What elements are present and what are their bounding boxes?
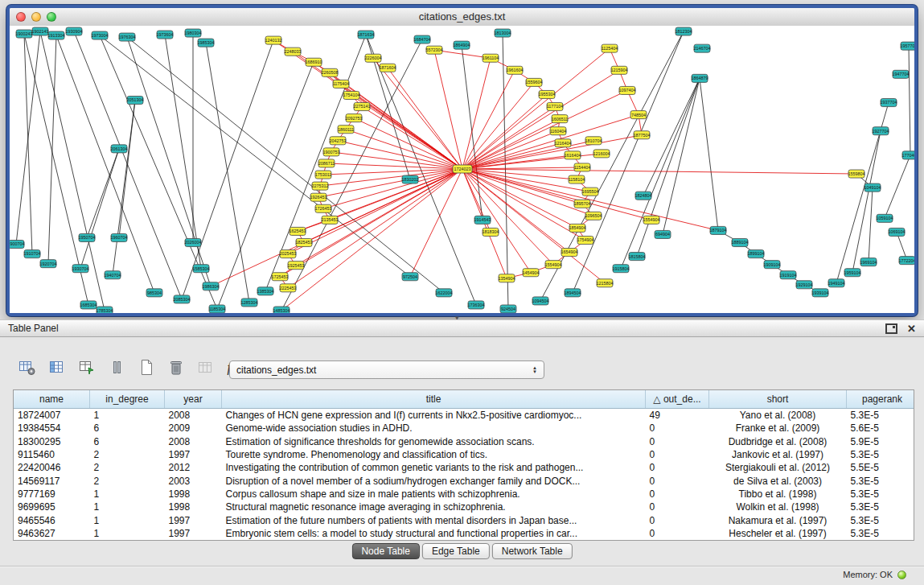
graph-edge[interactable] — [354, 118, 462, 169]
graph-node[interactable]: 2026004 — [184, 238, 201, 246]
table-cell-out_degree[interactable]: 0 — [646, 513, 709, 526]
graph-node[interactable]: 1910704 — [23, 250, 40, 258]
table-cell-in_degree[interactable]: 2 — [90, 461, 165, 474]
graph-node[interactable]: 1818304 — [482, 228, 499, 236]
graph-node[interactable]: 1973004 — [91, 31, 108, 39]
graph-node[interactable]: 1854904 — [569, 224, 585, 232]
graph-node[interactable]: 1616404 — [564, 151, 581, 159]
table-row[interactable]: 946362711997Embryonic stem cells: a mode… — [14, 527, 914, 540]
row-height-icon[interactable] — [107, 359, 126, 377]
graph-node[interactable]: 5572304 — [425, 46, 442, 54]
graph-node[interactable]: 1961104 — [483, 54, 499, 62]
graph-node[interactable]: 1914543 — [474, 216, 491, 224]
window-titlebar[interactable]: citations_edges.txt — [10, 8, 914, 27]
graph-node[interactable]: 1177104 — [547, 103, 564, 111]
table-cell-pagerank[interactable]: 5.3E-5 — [847, 409, 915, 422]
graph-edge[interactable] — [48, 35, 56, 264]
float-panel-icon[interactable] — [885, 323, 897, 334]
graph-node[interactable]: 2275312 — [311, 182, 328, 190]
table-cell-in_degree[interactable]: 6 — [90, 422, 165, 435]
graph-edge[interactable] — [80, 149, 119, 269]
table-cell-year[interactable]: 1998 — [165, 488, 222, 501]
graph-node[interactable]: 1785304 — [96, 307, 113, 313]
graph-edge[interactable] — [869, 187, 873, 262]
graph-node[interactable]: 1097404 — [618, 86, 635, 94]
close-window-icon[interactable] — [16, 12, 26, 22]
table-cell-out_degree[interactable]: 0 — [646, 435, 709, 448]
column-header-title[interactable]: title — [222, 390, 646, 409]
table-row[interactable]: 946554611997Estimation of the future num… — [14, 513, 914, 526]
table-cell-title[interactable]: Embryonic stem cells: a model to study s… — [222, 527, 646, 540]
table-row[interactable]: 2242004622012Investigating the contribut… — [14, 461, 914, 474]
graph-node[interactable]: 2085304 — [173, 295, 190, 303]
tab-node-table[interactable]: Node Table — [351, 543, 420, 559]
graph-node[interactable]: 1554904 — [544, 261, 561, 269]
graph-node[interactable]: 1959104 — [844, 269, 860, 277]
graph-node[interactable]: 1871604 — [379, 64, 396, 72]
table-panel-header[interactable]: Table Panel ✕ — [0, 319, 924, 337]
graph-node[interactable]: 1955304 — [538, 90, 555, 98]
graph-node[interactable]: 1160404 — [550, 127, 567, 135]
graph-node[interactable]: 2025453 — [279, 250, 296, 258]
graph-edge[interactable] — [119, 101, 135, 238]
table-cell-short[interactable]: de Silva et al. (2003) — [709, 474, 847, 487]
graph-node[interactable]: 2275141 — [353, 103, 370, 111]
delete-table-icon[interactable] — [166, 359, 186, 377]
column-header-year[interactable]: year — [165, 390, 222, 409]
graph-node[interactable]: 1949104 — [827, 279, 844, 287]
table-cell-in_degree[interactable]: 1 — [90, 409, 165, 422]
graph-node[interactable]: 1185304 — [209, 305, 226, 313]
graph-edge[interactable] — [24, 34, 32, 254]
graph-edge[interactable] — [346, 130, 462, 169]
graph-node[interactable]: 1879104 — [709, 226, 726, 234]
graph-node[interactable]: 1158104 — [569, 175, 585, 183]
table-cell-out_degree[interactable]: 0 — [646, 422, 709, 435]
graph-node[interactable]: 1950704 — [78, 233, 95, 241]
graph-node[interactable]: 1125404 — [602, 44, 618, 52]
zoom-window-icon[interactable] — [47, 12, 56, 22]
table-cell-in_degree[interactable]: 1 — [90, 488, 165, 501]
graph-node[interactable]: 1860111 — [338, 126, 354, 134]
graph-edge[interactable] — [663, 78, 700, 234]
graph-node[interactable]: 1957704 — [900, 42, 914, 50]
table-cell-out_degree[interactable]: 0 — [646, 488, 709, 501]
graph-node[interactable]: 2135453 — [321, 216, 338, 224]
graph-node[interactable]: 1754904 — [577, 236, 593, 244]
graph-node[interactable]: 1930904 — [65, 27, 82, 35]
graph-node[interactable]: 1940704 — [104, 271, 121, 279]
graph-node[interactable]: 1736304 — [467, 301, 484, 309]
graph-node[interactable]: 1900753 — [322, 148, 339, 156]
table-cell-short[interactable]: Stergiakouli et al. (2012) — [709, 461, 847, 474]
graph-node[interactable]: 1810704 — [585, 137, 602, 145]
graph-node[interactable]: 1947704 — [892, 70, 909, 78]
table-cell-pagerank[interactable]: 5.5E-5 — [847, 461, 915, 474]
graph-node[interactable]: 1913304 — [47, 31, 64, 39]
graph-edge[interactable] — [87, 149, 119, 238]
graph-node[interactable]: 2061304 — [110, 145, 127, 153]
graph-node[interactable]: 1454904 — [522, 269, 539, 277]
table-cell-title[interactable]: Genome-wide association studies in ADHD. — [222, 422, 646, 435]
graph-node[interactable]: 1654904 — [561, 249, 577, 257]
column-header-pagerank[interactable]: pagerank — [847, 390, 915, 409]
graph-node[interactable]: 1059104 — [876, 214, 893, 222]
graph-edge[interactable] — [323, 169, 462, 175]
graph-edge[interactable] — [462, 115, 639, 169]
graph-edge[interactable] — [885, 155, 910, 218]
graph-node[interactable]: 1175404 — [333, 80, 350, 88]
graph-edge[interactable] — [388, 68, 462, 169]
new-table-icon[interactable] — [137, 359, 156, 377]
graph-edge[interactable] — [462, 169, 856, 174]
graph-node[interactable]: 1920704 — [39, 260, 56, 268]
table-row[interactable]: 1456911722003Disruption of a novel membe… — [14, 474, 914, 487]
table-cell-name[interactable]: 9465546 — [14, 513, 90, 526]
graph-node[interactable]: 1900704 — [10, 240, 25, 248]
table-cell-pagerank[interactable]: 5.9E-5 — [847, 435, 915, 448]
graph-node[interactable]: 748504 — [630, 111, 647, 119]
table-cell-name[interactable]: 19384554 — [14, 422, 90, 435]
graph-edge[interactable] — [503, 33, 508, 309]
graph-node[interactable]: 1976304 — [118, 33, 135, 41]
graph-node[interactable]: 1069104 — [888, 228, 905, 236]
graph-node[interactable]: 1049104 — [864, 183, 881, 192]
table-cell-in_degree[interactable]: 2 — [90, 474, 165, 487]
graph-node[interactable]: 1559804 — [848, 170, 864, 178]
